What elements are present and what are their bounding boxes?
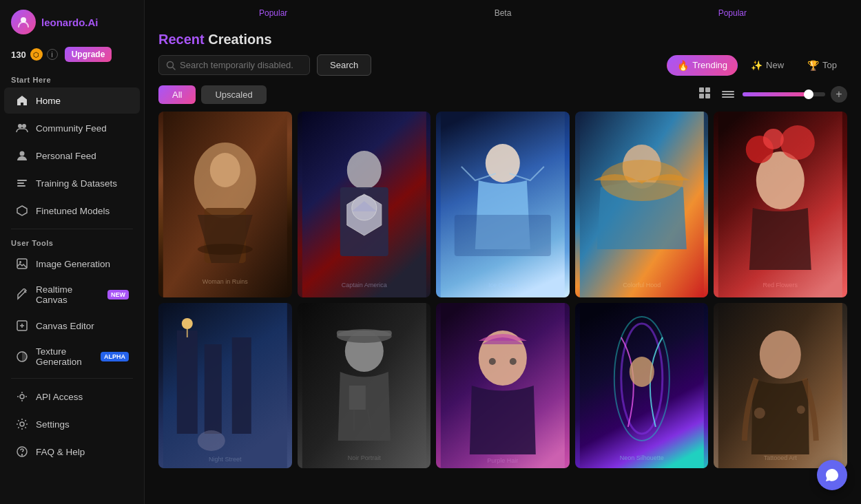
list-view-button[interactable]	[719, 85, 737, 103]
sidebar-item-image-generation[interactable]: Image Generation	[4, 251, 140, 277]
fire-icon: 🔥	[677, 60, 689, 71]
section-header: Recent Creations	[145, 21, 861, 54]
section-title-highlight: Recent	[158, 32, 205, 47]
image-card-3[interactable]: Ice Queen	[436, 112, 570, 297]
section-title-rest: Creations	[205, 32, 272, 47]
sidebar-item-realtime-canvas-label: Realtime Canvas	[36, 284, 101, 305]
sidebar-item-training-datasets[interactable]: Training & Datasets	[4, 170, 140, 196]
top-card-beta: Beta	[388, 8, 617, 21]
svg-point-9	[19, 261, 21, 263]
svg-rect-51	[205, 344, 222, 434]
credits-count: 130	[11, 50, 26, 60]
svg-point-46	[780, 125, 815, 160]
svg-point-65	[510, 358, 517, 365]
svg-rect-59	[336, 330, 391, 336]
svg-point-75	[797, 406, 805, 414]
svg-rect-18	[699, 94, 704, 98]
sidebar-item-community-feed-label: Community Feed	[36, 123, 129, 134]
sidebar-item-canvas-editor[interactable]: Canvas Editor	[4, 313, 140, 339]
sidebar-item-community-feed[interactable]: Community Feed	[4, 115, 140, 141]
section-title: Recent Creations	[158, 32, 272, 48]
svg-rect-37	[455, 215, 551, 256]
sidebar-item-finetuned-models[interactable]: Finetuned Models	[4, 198, 140, 224]
image-card-2[interactable]: Captain America	[298, 112, 431, 297]
add-column-button[interactable]: +	[831, 86, 847, 103]
svg-rect-50	[177, 330, 198, 434]
logo[interactable]: leonardo.Ai	[0, 0, 144, 44]
image-card-10[interactable]: Tattooed Art	[714, 303, 847, 468]
sidebar-item-texture-generation[interactable]: Texture Generation ALPHA	[4, 340, 140, 373]
credits-info-icon[interactable]: i	[47, 49, 58, 60]
sidebar-divider	[11, 229, 133, 229]
image-card-1[interactable]: Woman in Ruins	[158, 112, 292, 297]
svg-point-25	[210, 153, 240, 187]
trophy-icon: 🏆	[807, 60, 819, 71]
settings-icon	[15, 417, 29, 431]
trending-filter-button[interactable]: 🔥 Trending	[667, 55, 738, 76]
sidebar-item-api-access[interactable]: API Access	[4, 384, 140, 410]
sidebar-item-faq-help[interactable]: FAQ & Help	[4, 439, 140, 465]
filter-tabs: All Upscaled	[145, 84, 861, 112]
grid-view-button[interactable]	[696, 84, 714, 105]
image-card-6[interactable]: Night Street	[158, 303, 292, 468]
top-card-popular-1: Popular	[158, 8, 388, 21]
sidebar-item-settings[interactable]: Settings	[4, 411, 140, 437]
new-badge: New	[107, 290, 129, 300]
svg-text:Red Flowers: Red Flowers	[763, 282, 798, 288]
slider-thumb[interactable]	[804, 90, 813, 99]
search-wrapper	[158, 55, 310, 75]
new-filter-button[interactable]: ✨ New	[740, 55, 794, 76]
texture-icon	[15, 350, 29, 364]
search-icon	[166, 61, 176, 70]
svg-point-53	[182, 318, 193, 329]
all-tab[interactable]: All	[158, 85, 196, 104]
sidebar-item-home[interactable]: Home	[4, 87, 140, 114]
chat-bubble[interactable]	[817, 460, 847, 490]
sidebar-item-settings-label: Settings	[36, 419, 129, 430]
trending-label: Trending	[692, 60, 727, 70]
user-tools-label: User Tools	[0, 233, 144, 250]
sidebar-item-realtime-canvas[interactable]: Realtime Canvas New	[4, 278, 140, 311]
search-input[interactable]	[180, 60, 302, 70]
svg-point-64	[489, 358, 496, 365]
svg-point-13	[20, 422, 24, 426]
svg-rect-17	[705, 87, 710, 92]
toolbar: Search 🔥 Trending ✨ New 🏆 Top	[145, 54, 861, 84]
svg-text:Purple Hair: Purple Hair	[487, 457, 518, 464]
sidebar-item-api-label: API Access	[36, 392, 129, 402]
image-card-4[interactable]: Colorful Hood	[575, 112, 709, 297]
svg-rect-22	[722, 96, 734, 98]
svg-point-36	[486, 144, 520, 182]
upscaled-tab[interactable]: Upscaled	[201, 85, 266, 104]
list-icon	[722, 91, 734, 98]
svg-point-15	[167, 61, 174, 67]
svg-text:Captain America: Captain America	[341, 282, 386, 288]
home-icon	[15, 94, 29, 107]
image-card-8[interactable]: Purple Hair	[436, 303, 570, 468]
image-card-9[interactable]: Neon Silhouette	[575, 303, 709, 468]
top-filter-button[interactable]: 🏆 Top	[797, 55, 847, 76]
upgrade-button[interactable]: Upgrade	[65, 47, 112, 62]
sidebar: leonardo.Ai 130 ⬡ i Upgrade Start Here H…	[0, 0, 145, 504]
svg-marker-7	[17, 206, 27, 216]
sparkle-icon: ✨	[751, 60, 763, 71]
search-button[interactable]: Search	[317, 54, 371, 76]
sidebar-item-personal-feed-label: Personal Feed	[36, 151, 129, 161]
svg-rect-20	[722, 91, 734, 92]
image-card-5[interactable]: Red Flowers	[714, 112, 847, 297]
personal-icon	[15, 149, 29, 162]
sidebar-item-training-label: Training & Datasets	[36, 178, 129, 189]
grid-icon	[698, 87, 711, 99]
alpha-badge: ALPHA	[101, 352, 129, 361]
training-icon	[15, 176, 29, 190]
logo-avatar	[11, 10, 36, 34]
svg-text:Night Street: Night Street	[209, 456, 242, 463]
svg-point-1	[18, 124, 22, 128]
svg-text:Noir Portrait: Noir Portrait	[347, 454, 381, 461]
sidebar-item-personal-feed[interactable]: Personal Feed	[4, 143, 140, 169]
filter-group: 🔥 Trending ✨ New 🏆 Top	[667, 55, 847, 76]
image-card-7[interactable]: Noir Portrait	[298, 303, 431, 468]
zoom-slider[interactable]	[743, 92, 825, 96]
api-icon	[15, 390, 29, 403]
sidebar-item-canvas-editor-label: Canvas Editor	[36, 321, 129, 331]
